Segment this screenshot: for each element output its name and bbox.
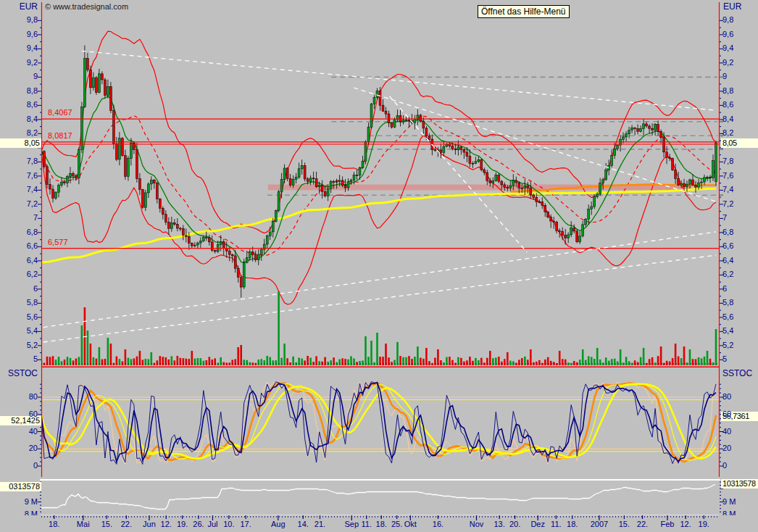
sstoc-axis-label-left: 60	[0, 410, 38, 419]
volume-axis-label-8m-left-clipped: 8 M	[0, 510, 38, 515]
sstoc-axis-label-right: 0	[722, 461, 727, 470]
date-axis-label: 12.	[680, 520, 691, 529]
price-axis-title-right: EUR	[723, 2, 741, 12]
date-axis-label: 15.	[101, 520, 112, 529]
date-axis-label: 20.	[509, 520, 520, 529]
price-axis-label-right: 9	[722, 72, 727, 81]
price-axis-label-left: 7,8	[0, 157, 38, 166]
price-level-label-6-577: 6,577	[48, 238, 68, 246]
price-axis-title-left: EUR	[0, 2, 38, 12]
date-axis-label: Sep	[344, 520, 359, 529]
price-axis-label-right: 8,8	[722, 86, 733, 96]
date-axis-label: Okt	[404, 520, 417, 529]
price-axis-label-left: 8,6	[0, 100, 38, 109]
date-axis-label: 19.	[177, 520, 188, 529]
price-level-label-8-0817: 8,0817	[48, 131, 72, 140]
date-axis-label: Jul	[207, 520, 217, 529]
sstoc-axis-label-right: 80	[722, 392, 731, 402]
date-axis-label: Jun	[143, 520, 156, 529]
date-axis-label: 22.	[121, 520, 132, 529]
price-axis-label-right: 9,6	[722, 30, 733, 39]
tradesignal-chart-window: EUR EUR © www.tradesignal.com Öffnet das…	[0, 0, 758, 532]
price-axis-label-left: 8,4	[0, 115, 38, 124]
price-axis-label-left: 5,2	[0, 341, 38, 350]
price-axis-label-left: 5,4	[0, 326, 38, 336]
sstoc-axis-label-left: 80	[0, 392, 38, 402]
price-axis-label-left: 5	[0, 354, 38, 364]
date-axis-label: Aug	[271, 520, 286, 529]
price-axis-label-left: 9,6	[0, 30, 38, 39]
price-axis-label-right: 9,4	[722, 43, 733, 53]
price-axis-label-left: 6,2	[0, 270, 38, 279]
price-axis-label-right: 5,6	[722, 312, 733, 322]
date-axis-label: 2007	[591, 520, 608, 529]
price-axis-label-right: 9,8	[722, 15, 733, 25]
sstoc-panel-title-left: SSTOC	[0, 369, 38, 378]
price-axis-label-left: 6	[0, 284, 38, 294]
sstoc-axis-label-left: 40	[0, 427, 38, 436]
date-axis-label: 19.	[699, 520, 709, 529]
price-axis-label-right: 7,2	[722, 199, 733, 209]
price-axis-label-left: 8,8	[0, 86, 38, 96]
chart-canvas[interactable]	[0, 0, 758, 532]
date-axis-label: 17.	[240, 520, 251, 529]
volume-panel[interactable]	[41, 485, 715, 510]
sstoc-panel[interactable]	[41, 382, 719, 465]
price-axis-label-left: 8,2	[0, 128, 38, 138]
price-axis-label-right: 7,8	[722, 157, 733, 166]
price-axis-label-right: 6,2	[722, 270, 733, 279]
price-axis-label-left: 9	[0, 72, 38, 81]
price-axis-label-right: 9,2	[722, 58, 733, 67]
price-axis-label-left: 7,4	[0, 185, 38, 194]
date-axis-label: Feb	[660, 520, 674, 529]
price-axis-label-left: 9,8	[0, 15, 38, 25]
date-axis-label: 22.	[637, 520, 648, 529]
current-price-marker-left: 8,05	[0, 138, 41, 148]
date-axis-label: 13.	[493, 520, 504, 529]
price-axis-label-left: 7	[0, 213, 38, 223]
price-axis-label-left: 5,8	[0, 298, 38, 307]
date-axis-label: 18.	[49, 520, 59, 529]
help-tooltip: Öffnet das Hilfe-Menü	[478, 5, 570, 18]
price-axis-label-right: 5	[722, 354, 727, 364]
price-axis-label-left: 7,6	[0, 171, 38, 180]
date-axis-label: Nov	[470, 520, 484, 529]
current-price-marker-right: 8,05	[721, 138, 758, 148]
sstoc-axis-label-left: 20	[0, 444, 38, 453]
sstoc-axis-label-right: 60	[722, 410, 731, 419]
price-axis-label-right: 6,6	[722, 241, 733, 251]
volume-axis-label-9m-left: 9 M	[0, 497, 38, 507]
volume-value-marker-left: 0313578	[0, 482, 41, 491]
price-level-label-8-4067: 8,4067	[48, 108, 72, 117]
date-axis-label: 14.	[298, 520, 309, 529]
price-panel[interactable]	[41, 31, 720, 365]
volume-value-marker-right: 10313578	[721, 479, 758, 489]
price-axis-label-left: 9,4	[0, 43, 38, 53]
price-axis-label-left: 5,6	[0, 312, 38, 322]
sstoc-axis-label-right: 40	[722, 427, 731, 436]
date-axis-label: 21.	[315, 520, 325, 529]
date-axis-label: 26.	[193, 520, 204, 529]
sstoc-axis-label-left: 0	[0, 461, 38, 470]
price-axis-label-left: 6,6	[0, 241, 38, 251]
price-axis-label-right: 6	[722, 284, 727, 294]
volume-axis-label-9m-right: 9 M	[722, 497, 736, 507]
price-axis-label-left: 9,2	[0, 58, 38, 67]
price-axis-label-right: 5,8	[722, 298, 733, 307]
sstoc-axis-label-right: 20	[722, 444, 731, 453]
price-axis-label-right: 8,6	[722, 100, 733, 109]
date-axis-label: 18.	[567, 520, 578, 529]
sstoc-panel-title-right: SSTOC	[722, 369, 752, 378]
price-axis-label-right: 5,2	[722, 341, 733, 350]
price-axis-label-right: 6,4	[722, 256, 733, 265]
date-axis-label: 10.	[223, 520, 234, 529]
price-axis-label-left: 6,8	[0, 228, 38, 237]
price-axis-label-left: 7,2	[0, 199, 38, 209]
date-axis-label: Mai	[77, 520, 90, 529]
date-axis-label: 11.	[361, 520, 371, 529]
price-axis-label-right: 7,6	[722, 171, 733, 180]
date-axis-label: 11.	[551, 520, 561, 529]
price-axis-label-right: 8,2	[722, 128, 733, 138]
date-axis-label: 15.	[619, 520, 630, 529]
price-axis-label-right: 8,4	[722, 115, 733, 124]
